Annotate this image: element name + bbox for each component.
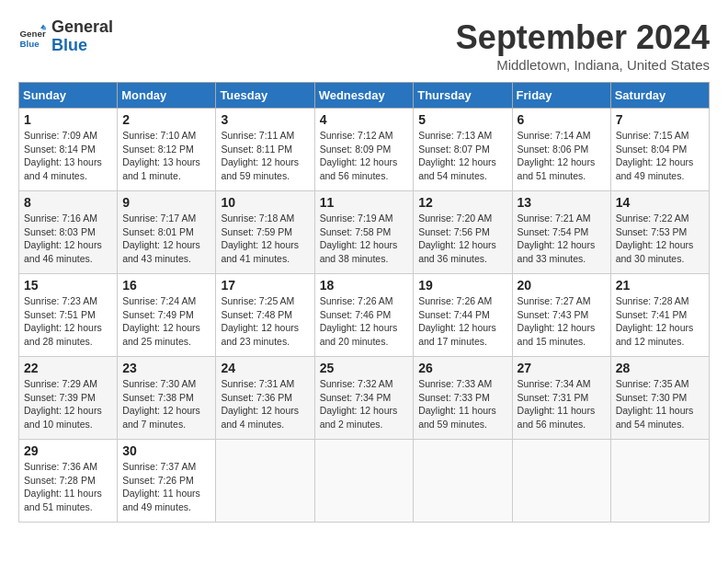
calendar-cell: 23Sunrise: 7:30 AM Sunset: 7:38 PM Dayli…	[118, 357, 216, 440]
calendar-week-row: 8Sunrise: 7:16 AM Sunset: 8:03 PM Daylig…	[19, 191, 710, 274]
day-info: Sunrise: 7:13 AM Sunset: 8:07 PM Dayligh…	[418, 129, 506, 183]
day-info: Sunrise: 7:25 AM Sunset: 7:48 PM Dayligh…	[221, 294, 309, 349]
day-info: Sunrise: 7:35 AM Sunset: 7:30 PM Dayligh…	[616, 377, 704, 431]
calendar-cell	[314, 440, 414, 523]
month-title: September 2024	[456, 18, 710, 57]
calendar-cell	[414, 440, 512, 523]
day-number: 11	[320, 195, 409, 210]
day-number: 18	[320, 278, 409, 293]
day-info: Sunrise: 7:28 AM Sunset: 7:41 PM Dayligh…	[616, 294, 704, 349]
day-number: 1	[24, 112, 112, 127]
day-info: Sunrise: 7:30 AM Sunset: 7:38 PM Dayligh…	[122, 377, 210, 431]
day-number: 28	[616, 361, 704, 375]
day-info: Sunrise: 7:24 AM Sunset: 7:49 PM Dayligh…	[122, 294, 210, 349]
day-info: Sunrise: 7:23 AM Sunset: 7:51 PM Dayligh…	[24, 294, 112, 349]
day-number: 9	[122, 195, 210, 210]
day-info: Sunrise: 7:37 AM Sunset: 7:26 PM Dayligh…	[122, 460, 210, 514]
day-info: Sunrise: 7:26 AM Sunset: 7:46 PM Dayligh…	[320, 294, 409, 349]
day-info: Sunrise: 7:36 AM Sunset: 7:28 PM Dayligh…	[24, 460, 112, 514]
day-info: Sunrise: 7:18 AM Sunset: 7:59 PM Dayligh…	[221, 212, 309, 266]
day-header-sunday: Sunday	[19, 83, 118, 109]
day-info: Sunrise: 7:10 AM Sunset: 8:12 PM Dayligh…	[122, 129, 210, 183]
day-number: 13	[518, 195, 606, 210]
day-number: 2	[122, 112, 210, 127]
day-info: Sunrise: 7:09 AM Sunset: 8:14 PM Dayligh…	[24, 129, 112, 183]
day-number: 5	[418, 112, 506, 127]
calendar-cell: 12Sunrise: 7:20 AM Sunset: 7:56 PM Dayli…	[414, 191, 512, 274]
day-number: 29	[24, 443, 112, 458]
day-info: Sunrise: 7:32 AM Sunset: 7:34 PM Dayligh…	[320, 377, 409, 431]
day-number: 15	[24, 278, 112, 293]
calendar-cell: 4Sunrise: 7:12 AM Sunset: 8:09 PM Daylig…	[314, 109, 414, 191]
day-number: 20	[518, 278, 606, 293]
day-info: Sunrise: 7:17 AM Sunset: 8:01 PM Dayligh…	[122, 212, 210, 266]
calendar-cell: 24Sunrise: 7:31 AM Sunset: 7:36 PM Dayli…	[216, 357, 314, 440]
day-info: Sunrise: 7:14 AM Sunset: 8:06 PM Dayligh…	[518, 129, 606, 183]
day-header-thursday: Thursday	[414, 83, 512, 109]
day-header-friday: Friday	[512, 83, 610, 109]
day-number: 6	[518, 112, 606, 127]
day-header-tuesday: Tuesday	[216, 83, 314, 109]
day-info: Sunrise: 7:12 AM Sunset: 8:09 PM Dayligh…	[320, 129, 409, 183]
calendar-cell	[610, 440, 709, 523]
day-info: Sunrise: 7:26 AM Sunset: 7:44 PM Dayligh…	[418, 294, 506, 349]
calendar-cell: 3Sunrise: 7:11 AM Sunset: 8:11 PM Daylig…	[216, 109, 314, 191]
calendar-cell: 13Sunrise: 7:21 AM Sunset: 7:54 PM Dayli…	[512, 191, 610, 274]
day-info: Sunrise: 7:15 AM Sunset: 8:04 PM Dayligh…	[616, 129, 704, 183]
calendar-body: 1Sunrise: 7:09 AM Sunset: 8:14 PM Daylig…	[19, 109, 710, 523]
calendar-cell: 26Sunrise: 7:33 AM Sunset: 7:33 PM Dayli…	[414, 357, 512, 440]
day-number: 30	[122, 443, 210, 458]
day-info: Sunrise: 7:27 AM Sunset: 7:43 PM Dayligh…	[518, 294, 606, 349]
logo-icon: General Blue	[18, 23, 46, 51]
day-header-wednesday: Wednesday	[314, 83, 414, 109]
calendar-cell: 11Sunrise: 7:19 AM Sunset: 7:58 PM Dayli…	[314, 191, 414, 274]
calendar-cell: 30Sunrise: 7:37 AM Sunset: 7:26 PM Dayli…	[118, 440, 216, 523]
day-number: 17	[221, 278, 309, 293]
calendar-cell: 6Sunrise: 7:14 AM Sunset: 8:06 PM Daylig…	[512, 109, 610, 191]
calendar-cell: 28Sunrise: 7:35 AM Sunset: 7:30 PM Dayli…	[610, 357, 709, 440]
calendar-week-row: 1Sunrise: 7:09 AM Sunset: 8:14 PM Daylig…	[19, 109, 710, 191]
calendar-week-row: 22Sunrise: 7:29 AM Sunset: 7:39 PM Dayli…	[19, 357, 710, 440]
calendar-header-row: SundayMondayTuesdayWednesdayThursdayFrid…	[19, 83, 710, 109]
svg-text:General: General	[20, 29, 47, 39]
day-number: 14	[616, 195, 704, 210]
calendar-cell: 19Sunrise: 7:26 AM Sunset: 7:44 PM Dayli…	[414, 274, 512, 357]
calendar-cell: 2Sunrise: 7:10 AM Sunset: 8:12 PM Daylig…	[118, 109, 216, 191]
calendar-cell: 17Sunrise: 7:25 AM Sunset: 7:48 PM Dayli…	[216, 274, 314, 357]
calendar-cell: 25Sunrise: 7:32 AM Sunset: 7:34 PM Dayli…	[314, 357, 414, 440]
day-number: 22	[24, 361, 112, 375]
day-number: 3	[221, 112, 309, 127]
calendar-cell: 15Sunrise: 7:23 AM Sunset: 7:51 PM Dayli…	[19, 274, 118, 357]
day-header-saturday: Saturday	[610, 83, 709, 109]
calendar-cell: 9Sunrise: 7:17 AM Sunset: 8:01 PM Daylig…	[118, 191, 216, 274]
day-info: Sunrise: 7:29 AM Sunset: 7:39 PM Dayligh…	[24, 377, 112, 431]
svg-text:Blue: Blue	[20, 38, 40, 48]
day-number: 12	[418, 195, 506, 210]
calendar-week-row: 29Sunrise: 7:36 AM Sunset: 7:28 PM Dayli…	[19, 440, 710, 523]
calendar-cell: 29Sunrise: 7:36 AM Sunset: 7:28 PM Dayli…	[19, 440, 118, 523]
logo-text: General Blue	[51, 18, 113, 55]
page-header: General Blue General Blue September 2024…	[18, 18, 710, 73]
day-info: Sunrise: 7:11 AM Sunset: 8:11 PM Dayligh…	[221, 129, 309, 183]
calendar-cell: 5Sunrise: 7:13 AM Sunset: 8:07 PM Daylig…	[414, 109, 512, 191]
calendar-cell: 1Sunrise: 7:09 AM Sunset: 8:14 PM Daylig…	[19, 109, 118, 191]
logo: General Blue General Blue	[18, 18, 113, 55]
day-number: 16	[122, 278, 210, 293]
day-number: 26	[418, 361, 506, 375]
title-section: September 2024 Middletown, Indiana, Unit…	[456, 18, 710, 73]
day-number: 24	[221, 361, 309, 375]
day-number: 27	[518, 361, 606, 375]
day-number: 23	[122, 361, 210, 375]
calendar-cell: 14Sunrise: 7:22 AM Sunset: 7:53 PM Dayli…	[610, 191, 709, 274]
calendar-cell: 8Sunrise: 7:16 AM Sunset: 8:03 PM Daylig…	[19, 191, 118, 274]
calendar-cell: 7Sunrise: 7:15 AM Sunset: 8:04 PM Daylig…	[610, 109, 709, 191]
calendar-cell: 10Sunrise: 7:18 AM Sunset: 7:59 PM Dayli…	[216, 191, 314, 274]
day-info: Sunrise: 7:21 AM Sunset: 7:54 PM Dayligh…	[518, 212, 606, 266]
calendar-cell: 18Sunrise: 7:26 AM Sunset: 7:46 PM Dayli…	[314, 274, 414, 357]
day-info: Sunrise: 7:33 AM Sunset: 7:33 PM Dayligh…	[418, 377, 506, 431]
calendar-table: SundayMondayTuesdayWednesdayThursdayFrid…	[18, 82, 710, 523]
day-info: Sunrise: 7:16 AM Sunset: 8:03 PM Dayligh…	[24, 212, 112, 266]
day-header-monday: Monday	[118, 83, 216, 109]
day-info: Sunrise: 7:22 AM Sunset: 7:53 PM Dayligh…	[616, 212, 704, 266]
calendar-week-row: 15Sunrise: 7:23 AM Sunset: 7:51 PM Dayli…	[19, 274, 710, 357]
